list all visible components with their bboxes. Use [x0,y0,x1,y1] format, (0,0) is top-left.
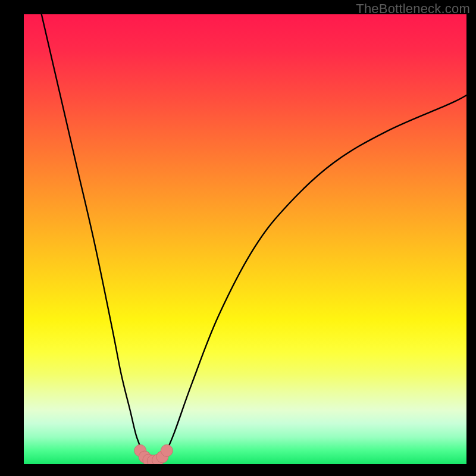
watermark-text: TheBottleneck.com [356,1,470,17]
plot-area [24,14,466,464]
valley-markers [134,444,173,464]
chart-frame: TheBottleneck.com [0,0,476,476]
curve-path [42,14,466,461]
valley-marker [161,444,173,456]
bottleneck-curve [42,14,466,461]
chart-svg [24,14,466,464]
